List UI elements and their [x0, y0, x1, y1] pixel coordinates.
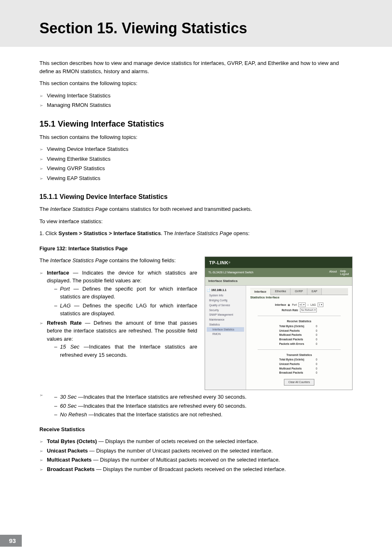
page-number: 93: [0, 535, 22, 547]
panel-heading: Statistics Interface: [250, 295, 348, 300]
tree-root[interactable]: 📄 192.168.1.1: [207, 287, 244, 293]
tab-gvrp[interactable]: GVRP: [291, 288, 307, 295]
page-title: Section 15. Viewing Statistics: [39, 20, 392, 37]
sub-no-refresh: No Refresh —Indicates that the Interface…: [54, 411, 353, 419]
tp-link-logo: TP-LINK: [209, 259, 228, 266]
port-radio[interactable]: ◉: [288, 303, 290, 307]
tree-item-selected[interactable]: Interface Statistics: [207, 327, 244, 332]
recv-multicast: Multicast Packets — Displays the number …: [39, 456, 353, 464]
tree-item[interactable]: Statistics: [207, 322, 244, 327]
s15-1-1-p1: The Interface Statistics Page contains s…: [39, 205, 353, 213]
shot-body: Interface Etherlike GVRP EAP Statistics …: [246, 286, 352, 390]
tab-etherlike[interactable]: Etherlike: [271, 288, 291, 295]
help-link[interactable]: Help: [340, 270, 349, 273]
intro-topic-list: Viewing Interface Statistics Managing RM…: [39, 92, 353, 109]
device-name: TL-SL3428 L2 Management Switch: [208, 270, 329, 275]
receive-stats-heading: Receive Statistics: [39, 425, 353, 434]
about-link[interactable]: About: [329, 270, 337, 275]
shot-title-bar: TL-SL3428 L2 Management Switch About Hel…: [205, 268, 352, 277]
page-content: This section describes how to view and m…: [0, 59, 392, 473]
recv-stats-list: Total Bytes (Octets) — Displays the numb…: [39, 437, 353, 473]
tab-interface[interactable]: Interface: [250, 289, 271, 296]
list-item: Viewing Device Interface Statistics: [39, 145, 353, 153]
tree-item[interactable]: RMON: [207, 332, 244, 337]
lag-select[interactable]: 1 ▾: [318, 303, 323, 307]
interface-label: Interface: [275, 303, 286, 307]
field-refresh: Refresh Rate — Defines the amount of tim…: [39, 319, 197, 359]
logout-link[interactable]: Logout: [340, 273, 349, 275]
refresh-select[interactable]: No Refresh ▾: [300, 308, 317, 312]
page-header-band: Section 15. Viewing Statistics: [0, 0, 392, 47]
intro-p2: This section contains the following topi…: [39, 79, 353, 88]
step-1: 1. Click System > Statistics > Interface…: [39, 229, 353, 238]
clear-counters-button[interactable]: Clear All Counters: [284, 379, 314, 386]
tree-item[interactable]: Maintenance: [207, 317, 244, 322]
list-item: Viewing EAP Statistics: [39, 174, 353, 182]
list-item: Viewing Interface Statistics: [39, 92, 353, 100]
s15-1-1-p2: To view interface statistics:: [39, 217, 353, 226]
figure-caption: Figure 132: Interface Statistics Page: [39, 245, 353, 253]
field-list: Interface — Indicates the device for whi…: [39, 269, 197, 359]
nav-tree: 📄 192.168.1.1 System Info Bridging Confi…: [205, 286, 246, 390]
sub-60s: 60 Sec —Indicates that the Interface sta…: [54, 402, 353, 410]
intro-p1: This section describes how to view and m…: [39, 59, 353, 75]
recv-unicast: Unicast Packets — Displays the number of…: [39, 447, 353, 455]
refresh-label: Refresh Rate: [281, 308, 298, 312]
tree-item[interactable]: System Info: [207, 293, 244, 298]
tree-item[interactable]: Quality of Service: [207, 303, 244, 308]
s15-1-p1: This section contains the following topi…: [39, 133, 353, 141]
breadcrumb: Interface Statistics: [205, 277, 352, 286]
port-select[interactable]: e1 ▾: [298, 303, 305, 307]
list-item: Managing RMON Statistics: [39, 101, 353, 109]
sub-15s: 15 Sec —Indicates that the Interface sta…: [54, 343, 197, 359]
heading-15-1-1: 15.1.1 Viewing Device Interface Statisti…: [39, 192, 353, 202]
recv-broadcast: Broadcast Packets — Displays the number …: [39, 465, 353, 474]
shot-logo-bar: TP-LINK®: [205, 257, 352, 268]
recv-total-bytes: Total Bytes (Octets) — Displays the numb…: [39, 437, 353, 446]
sub-30s: 30 Sec —Indicates that the Interface sta…: [54, 393, 353, 401]
fields-intro: The Interface Statistics Page contains t…: [39, 256, 197, 265]
field-refresh-cont: . 30 Sec —Indicates that the Interface s…: [39, 391, 353, 419]
tree-item[interactable]: SNMP Management: [207, 312, 244, 317]
heading-15-1: 15.1 Viewing Interface Statistics: [39, 118, 353, 130]
list-item: Viewing Etherlike Statistics: [39, 155, 353, 163]
recv-stats-title: Receive Statistics: [250, 319, 348, 324]
screenshot-figure: TP-LINK® TL-SL3428 L2 Management Switch …: [205, 256, 353, 390]
send-stats-title: Transmit Statistics: [250, 353, 348, 358]
sub-lag: LAG — Defines the specific LAG for which…: [54, 302, 197, 318]
lag-radio[interactable]: ○: [307, 303, 309, 307]
tabs: Interface Etherlike GVRP EAP: [250, 288, 348, 296]
field-interface: Interface — Indicates the device for whi…: [39, 269, 197, 318]
tree-item[interactable]: Bridging Config: [207, 298, 244, 303]
sub-port: Port — Defines the specific port for whi…: [54, 285, 197, 301]
list-item: Viewing GVRP Statistics: [39, 164, 353, 173]
tree-item[interactable]: Security: [207, 308, 244, 313]
s15-1-topic-list: Viewing Device Interface Statistics View…: [39, 145, 353, 182]
tab-eap[interactable]: EAP: [307, 288, 322, 295]
